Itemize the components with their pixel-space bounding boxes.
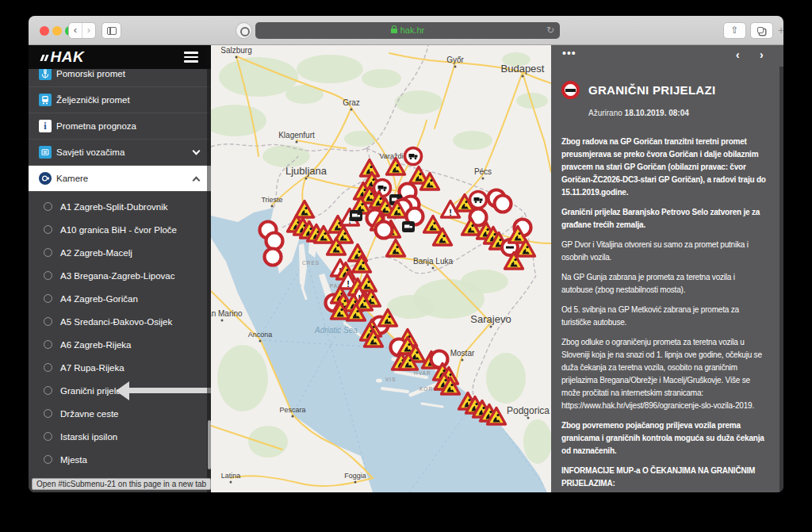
panel-prev-arrow[interactable]: ‹ [736,48,740,61]
forward-button[interactable]: › [82,23,95,38]
radio-icon[interactable] [44,248,52,257]
menu-item-savjeti-voza-ima[interactable]: Savjeti vozačima [29,140,211,166]
tabs-button[interactable] [750,22,773,39]
radio-icon[interactable] [44,363,52,372]
panel-next-arrow[interactable]: › [760,48,764,61]
radio-icon[interactable] [44,455,52,464]
sidebar-scrollbar-thumb[interactable] [208,420,211,469]
status-tooltip: Open #ticSubmenu-21 on this page in a ne… [32,478,211,490]
radio-icon[interactable] [44,202,52,211]
panel-paragraph: Granični prijelaz Baranjsko Petrovo Selo… [561,206,768,232]
menu-item-label: Pomorski promet [56,69,125,78]
menu-item-kamere[interactable]: Kamere [29,166,211,192]
city-label: Ancona [248,331,273,339]
closure-circle-icon[interactable] [266,233,283,250]
panel-paragraph: Zbog radova na GP Goričan tranzitni tere… [561,136,768,199]
city-label: Ljubljana [285,165,327,177]
sidebar-toggle-button[interactable] [102,22,121,39]
city-label: Varaždin [380,152,408,160]
url-text: hak.hr [400,25,425,35]
menu-item--eljezni-ki-promet[interactable]: Željeznički promet [29,87,211,113]
panel-paragraph: GP Dvor i Vitaljina otvoreni su samo za … [561,239,768,264]
submenu-item-dr-avne-ceste[interactable]: Državne ceste [29,402,211,425]
truck-restriction-icon[interactable] [405,148,422,165]
submenu-item-label: A4 Zagreb-Goričan [60,294,138,304]
closure-circle-icon[interactable] [376,222,393,239]
panel-paragraph: Od 5. svibnja na GP Metković zabrana je … [561,304,768,329]
island-label: HVAR [414,370,431,376]
no-entry-icon [561,81,580,99]
map[interactable]: Adriatic SeaCRESPAGVISHVARKORČULASalzbur… [211,45,551,492]
logo-marks [41,55,48,61]
radio-icon[interactable] [44,271,52,280]
city-label: Pécs [474,167,492,176]
submenu-item-mjesta[interactable]: Mjesta [29,448,211,471]
submenu-item-a2-zagreb-macelj[interactable]: A2 Zagreb-Macelj [29,241,211,264]
submenu-item-label: Mjesta [60,455,87,465]
radio-icon[interactable] [44,317,52,326]
more-options-icon[interactable]: ••• [562,47,576,59]
radio-icon[interactable] [44,225,52,234]
svg-text:!: ! [347,279,350,289]
radio-icon[interactable] [44,294,52,303]
submenu-item-label: A7 Rupa-Rijeka [60,363,124,373]
city-label: Banja Luka [413,257,453,266]
submenu-item-istarski-ipsilon[interactable]: Istarski ipsilon [29,425,211,448]
closure-circle-icon[interactable] [265,249,282,266]
city-label: Podgorica [507,405,550,416]
submenu-item-label: A6 Zagreb-Rijeka [60,340,131,350]
closure-circle-icon[interactable] [431,351,448,368]
updated-timestamp: Ažurirano 18.10.2019. 08:04 [588,109,689,117]
info-icon: i [39,120,52,132]
submenu-item-label: Istarski ipsilon [60,432,117,442]
nav-buttons: ‹ › [68,22,96,39]
camera-submenu: A1 Zagreb-Split-DubrovnikA10 granica BiH… [29,192,211,492]
tabs-icon [757,27,764,33]
submenu-item-label: A2 Zagreb-Macelj [60,248,132,258]
submenu-item-a3-bregana-zagreb-lipovac[interactable]: A3 Bregana-Zagreb-Lipovac [29,264,211,287]
radio-icon[interactable] [44,432,52,441]
extension-button[interactable] [236,22,252,39]
radio-icon[interactable] [44,386,52,395]
panel-paragraph: Na GP Gunja zabrana je prometa za teretn… [561,271,768,297]
menu-icon[interactable] [184,49,198,65]
truck-icon[interactable] [402,221,415,232]
address-bar[interactable]: hak.hr↻ [255,22,560,39]
svg-text:!: ! [449,208,452,217]
city-label: Latina [221,472,241,480]
submenu-item-label: A10 granica BiH - čvor Ploče [60,225,177,235]
city-label: Pescara [279,406,305,414]
sidebar-header: HAK [29,45,211,69]
info-panel: ••• ‹ › GRANIČNI PRIJELAZI Ažurirano 18.… [551,45,783,492]
city-label: Sarajevo [470,313,511,325]
menu-item-label: Kamere [56,174,88,183]
sidebar-icon [107,27,117,35]
minimize-button[interactable] [52,26,62,36]
submenu-item-a6-zagreb-rijeka[interactable]: A6 Zagreb-Rijeka [29,333,211,356]
submenu-item-a4-zagreb-gori-an[interactable]: A4 Zagreb-Goričan [29,287,211,310]
submenu-item-a10-granica-bih-vor-plo-e[interactable]: A10 granica BiH - čvor Ploče [29,218,211,241]
submenu-item-a5-sredanci-akovo-osijek[interactable]: A5 Sredanci-Đakovo-Osijek [29,310,211,333]
radio-icon[interactable] [44,409,52,418]
city-label: Klagenfurt [278,131,315,140]
city-label: Mostar [450,349,475,358]
new-tab-button[interactable]: + [778,24,783,36]
panel-paragraph: INFORMACIJE MUP-a O ČEKANJIMA NA GRANIČN… [561,465,768,490]
island-label: VIS [385,377,396,382]
train-icon [39,94,52,106]
radio-icon[interactable] [44,340,52,349]
submenu-item-a1-zagreb-split-dubrovnik[interactable]: A1 Zagreb-Split-Dubrovnik [29,195,211,218]
truck-icon[interactable] [350,210,362,221]
menu-item-prometna-prognoza[interactable]: iPrometna prognoza [29,113,211,140]
panel-scrollbar-track[interactable] [779,67,783,492]
closure-circle-icon[interactable] [495,196,511,212]
panel-topbar: ••• ‹ › [551,45,783,67]
reload-icon[interactable]: ↻ [546,22,554,39]
submenu-item-grani-ni-prijelazi[interactable]: Granični prijelazi [29,379,211,402]
back-button[interactable]: ‹ [69,23,82,38]
camera-icon [39,172,52,185]
close-button[interactable] [40,26,49,36]
submenu-item-a7-rupa-rijeka[interactable]: A7 Rupa-Rijeka [29,356,211,379]
truck-restriction-icon[interactable] [470,192,487,209]
share-button[interactable]: ⇧ [723,22,746,39]
